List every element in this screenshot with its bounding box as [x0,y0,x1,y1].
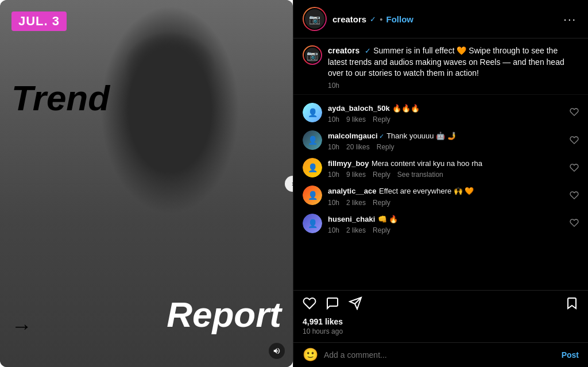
comment-time: 10h [328,171,339,179]
heart-outline-icon [570,218,579,227]
comments-panel: 📷 creators ✓ • Follow ··· 📷 creators ✓ S… [293,0,588,367]
comment-item: 👤 analytic__ace Effect are everywhere 🙌 … [293,182,588,210]
comment-username: fillmyy_boy [328,159,369,168]
share-icon [349,296,362,310]
report-text: Report [167,297,281,333]
emoji-button[interactable]: 🙂 [303,347,318,362]
action-bar: 4,991 likes 10 hours ago [293,290,588,342]
heart-outline-icon [570,163,579,172]
caption-username: creators [328,46,359,55]
more-options-button[interactable]: ··· [561,13,579,26]
header-avatar-ring: 📷 [303,7,327,31]
comment-like-button[interactable] [570,136,579,146]
caption-verified: ✓ [365,47,371,55]
translate-button[interactable]: See translation [397,171,443,179]
like-button[interactable] [303,296,316,314]
header-avatar: 📷 [304,8,326,30]
comment-text: 👊 🔥 [378,215,399,223]
arrow-icon: → [11,314,32,338]
comment-time: 10h [328,115,339,123]
share-button[interactable] [349,296,362,314]
header-username: creators [332,14,366,24]
comment-meta: 10h 2 likes Reply [328,226,564,234]
post-header: 📷 creators ✓ • Follow ··· [293,0,588,38]
avatar-image: 👤 [303,186,322,205]
comment-item: 👤 ayda_baloch_50k 🔥🔥🔥 10h 9 likes Reply [293,99,588,127]
comment-item: 👤 fillmyy_boy Mera content viral kyu na … [293,154,588,182]
comment-like-button[interactable] [570,107,579,118]
post-image: JUL. 3 Trend Report → › [0,0,293,367]
mute-button[interactable] [269,343,285,359]
comments-list: 👤 ayda_baloch_50k 🔥🔥🔥 10h 9 likes Reply [293,95,588,290]
follow-button[interactable]: Follow [386,14,413,24]
caption-avatar-ring: 📷 [303,45,322,65]
comment-item: 👤 malcolmgauci✓ Thank youuuu 🤖 🤳 10h 20 … [293,127,588,154]
date-badge: JUL. 3 [11,11,67,31]
trend-text: Trend [11,80,110,116]
comment-content: ayda_baloch_50k 🔥🔥🔥 10h 9 likes Reply [328,103,564,123]
comment-button[interactable] [326,296,339,314]
reply-button[interactable]: Reply [377,143,394,151]
comment-time: 10h [328,199,339,207]
comment-meta: 10h 9 likes Reply [328,115,564,123]
comment-likes: 2 likes [346,199,366,207]
comment-avatar: 👤 [303,186,322,205]
comment-likes: 9 likes [346,115,366,123]
bookmark-button[interactable] [565,296,579,314]
post-comment-button[interactable]: Post [562,350,579,360]
caption-area: 📷 creators ✓ Summer is in full effect 🧡 … [293,38,588,95]
action-icons [303,296,579,314]
comment-likes: 20 likes [346,143,370,151]
verified-icon: ✓ [370,15,376,24]
comment-text: Thank youuuu 🤖 🤳 [386,132,457,140]
heart-outline-icon [570,191,579,200]
avatar-image: 👤 [303,158,322,177]
heart-icon [303,296,316,310]
comment-text: Mera content viral kyu na hoo rha [372,159,482,168]
reply-button[interactable]: Reply [373,115,390,123]
comment-likes: 9 likes [346,171,366,179]
comment-input[interactable] [324,350,556,360]
comment-meta: 10h 9 likes Reply See translation [328,171,564,179]
caption-time: 10h [328,82,579,90]
reply-button[interactable]: Reply [373,199,390,207]
comment-meta: 10h 2 likes Reply [328,199,564,207]
comment-likes: 2 likes [346,226,366,234]
avatar-image: 👤 [303,130,322,150]
comment-username: malcolmgauci [328,132,378,140]
header-info: creators ✓ • Follow [332,14,561,24]
comment-avatar: 👤 [303,103,322,122]
heart-outline-icon [570,136,579,145]
camera-icon-small: 📷 [307,50,318,61]
comment-content: fillmyy_boy Mera content viral kyu na ho… [328,158,564,179]
bookmark-icon [565,296,579,310]
comment-like-button[interactable] [570,191,579,202]
caption-body: Summer is in full effect 🧡 Swipe through… [328,46,564,78]
comment-username: ayda_baloch_50k [328,104,390,113]
comment-content: huseni_chaki 👊 🔥 10h 2 likes Reply [328,214,564,234]
comment-time: 10h [328,226,339,234]
mute-icon [273,347,281,355]
comment-input-bar: 🙂 Post [293,342,588,367]
caption-row: 📷 creators ✓ Summer is in full effect 🧡 … [303,45,579,90]
comment-content: malcolmgauci✓ Thank youuuu 🤖 🤳 10h 20 li… [328,130,564,151]
comment-username: analytic__ace [328,187,377,195]
comment-avatar: 👤 [303,158,322,177]
reply-button[interactable]: Reply [373,226,390,234]
comment-username: huseni_chaki [328,215,375,223]
comment-like-button[interactable] [570,218,579,229]
caption-avatar: 📷 [304,47,321,64]
avatar-image: 👤 [303,214,322,233]
likes-count: 4,991 likes [303,317,579,326]
comment-verified-icon: ✓ [379,133,384,140]
comment-avatar: 👤 [303,130,322,150]
caption-content: creators ✓ Summer is in full effect 🧡 Sw… [328,45,579,90]
comment-avatar: 👤 [303,214,322,233]
dot-separator: • [380,14,382,24]
post-image-panel: JUL. 3 Trend Report → › [0,0,293,367]
comment-like-button[interactable] [570,163,579,174]
heart-outline-icon [570,107,579,117]
reply-button[interactable]: Reply [373,171,390,179]
comment-text: 🔥🔥🔥 [392,104,420,113]
post-time: 10 hours ago [303,327,579,335]
